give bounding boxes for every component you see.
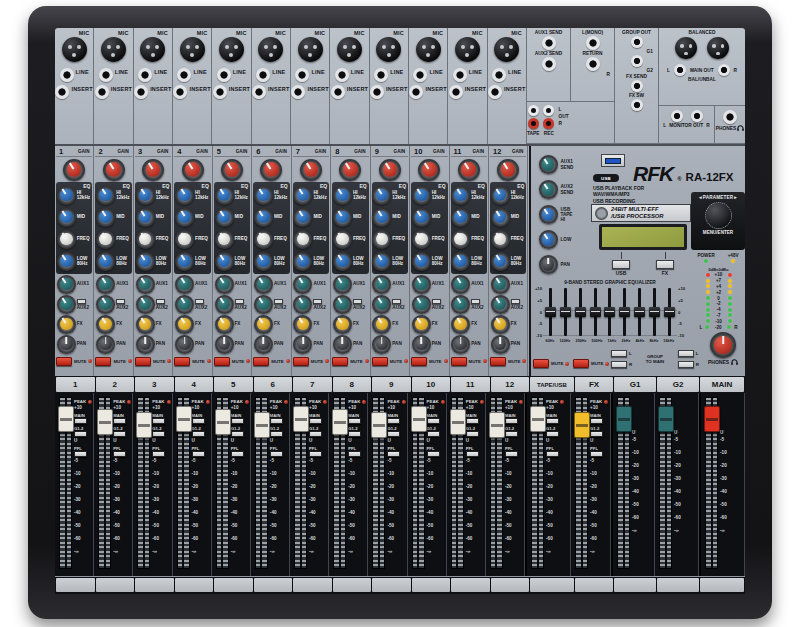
aux2-knob[interactable] bbox=[57, 295, 76, 314]
aux-pre-post-button[interactable] bbox=[195, 299, 204, 304]
pan-knob[interactable] bbox=[491, 335, 510, 354]
geq-slider[interactable] bbox=[604, 307, 615, 317]
eq-mid-freq-knob[interactable] bbox=[215, 230, 234, 249]
main-assign-button[interactable] bbox=[270, 418, 283, 424]
eq-mid-freq-knob[interactable] bbox=[412, 230, 431, 249]
fx-mode-button[interactable] bbox=[656, 260, 674, 269]
channel-12-fader[interactable] bbox=[489, 412, 505, 438]
pfl-button[interactable] bbox=[113, 451, 126, 457]
eq-low-knob[interactable] bbox=[175, 252, 194, 271]
fx-fader[interactable] bbox=[574, 412, 590, 438]
pfl-button[interactable] bbox=[466, 451, 479, 457]
pan-knob[interactable] bbox=[96, 335, 115, 354]
master-knob[interactable] bbox=[539, 205, 558, 224]
gain-knob[interactable] bbox=[458, 159, 480, 181]
aux-pre-post-button[interactable] bbox=[353, 299, 362, 304]
group-assign-button[interactable] bbox=[466, 431, 479, 437]
mute-button[interactable] bbox=[411, 357, 427, 366]
aux-pre-post-button[interactable] bbox=[116, 299, 125, 304]
main-assign-button[interactable] bbox=[192, 418, 205, 424]
mute-button[interactable] bbox=[135, 357, 151, 366]
group-assign-button[interactable] bbox=[231, 431, 244, 437]
eq-mid-knob[interactable] bbox=[96, 208, 115, 227]
aux2-knob[interactable] bbox=[293, 295, 312, 314]
eq-low-knob[interactable] bbox=[136, 252, 155, 271]
eq-low-knob[interactable] bbox=[293, 252, 312, 271]
mute-button[interactable] bbox=[174, 357, 190, 366]
eq-low-knob[interactable] bbox=[451, 252, 470, 271]
aux2-knob[interactable] bbox=[333, 295, 352, 314]
master-knob[interactable] bbox=[539, 180, 558, 199]
channel-3-fader[interactable] bbox=[136, 412, 152, 438]
master-knob[interactable] bbox=[539, 255, 558, 274]
fx-knob[interactable] bbox=[57, 315, 76, 334]
group-assign-button[interactable] bbox=[309, 431, 322, 437]
geq-slider[interactable] bbox=[545, 307, 556, 317]
channel-11-fader[interactable] bbox=[450, 409, 466, 435]
aux-pre-post-button[interactable] bbox=[392, 299, 401, 304]
channel-10-fader[interactable] bbox=[411, 406, 427, 432]
main-assign-button[interactable] bbox=[466, 418, 479, 424]
gain-knob[interactable] bbox=[379, 159, 401, 181]
aux2-knob[interactable] bbox=[372, 295, 391, 314]
fx-knob[interactable] bbox=[254, 315, 273, 334]
eq-hi-knob[interactable] bbox=[293, 186, 312, 205]
eq-hi-knob[interactable] bbox=[57, 186, 76, 205]
aux1-knob[interactable] bbox=[293, 275, 312, 294]
group-assign-button[interactable] bbox=[505, 431, 518, 437]
main-assign-button[interactable] bbox=[74, 418, 87, 424]
main-fader[interactable] bbox=[704, 406, 720, 432]
aux2-knob[interactable] bbox=[451, 295, 470, 314]
eq-hi-knob[interactable] bbox=[96, 186, 115, 205]
pfl-button[interactable] bbox=[192, 451, 205, 457]
pan-knob[interactable] bbox=[412, 335, 431, 354]
main-assign-button[interactable] bbox=[546, 418, 559, 424]
eq-mid-knob[interactable] bbox=[136, 208, 155, 227]
fx-knob[interactable] bbox=[412, 315, 431, 334]
main-assign-button[interactable] bbox=[505, 418, 518, 424]
phones-knob[interactable] bbox=[710, 332, 736, 358]
g1-to-main-r-button[interactable] bbox=[611, 361, 627, 368]
eq-mid-freq-knob[interactable] bbox=[96, 230, 115, 249]
mute-button[interactable] bbox=[490, 357, 506, 366]
eq-mid-freq-knob[interactable] bbox=[254, 230, 273, 249]
fx-knob[interactable] bbox=[333, 315, 352, 334]
usb-mode-button[interactable] bbox=[612, 260, 630, 269]
master-knob[interactable] bbox=[539, 230, 558, 249]
eq-mid-freq-knob[interactable] bbox=[451, 230, 470, 249]
eq-mid-knob[interactable] bbox=[215, 208, 234, 227]
pan-knob[interactable] bbox=[175, 335, 194, 354]
group-assign-button[interactable] bbox=[152, 431, 165, 437]
group-assign-button[interactable] bbox=[427, 431, 440, 437]
eq-hi-knob[interactable] bbox=[372, 186, 391, 205]
mute-button[interactable] bbox=[253, 357, 269, 366]
eq-mid-freq-knob[interactable] bbox=[175, 230, 194, 249]
aux1-knob[interactable] bbox=[57, 275, 76, 294]
pan-knob[interactable] bbox=[293, 335, 312, 354]
fx-knob[interactable] bbox=[491, 315, 510, 334]
aux1-knob[interactable] bbox=[333, 275, 352, 294]
eq-mid-freq-knob[interactable] bbox=[57, 230, 76, 249]
gain-knob[interactable] bbox=[300, 159, 322, 181]
group-assign-button[interactable] bbox=[113, 431, 126, 437]
main-assign-button[interactable] bbox=[427, 418, 440, 424]
pfl-button[interactable] bbox=[309, 451, 322, 457]
eq-low-knob[interactable] bbox=[254, 252, 273, 271]
pfl-button[interactable] bbox=[590, 451, 603, 457]
channel-6-fader[interactable] bbox=[254, 412, 270, 438]
mute-button[interactable] bbox=[56, 357, 72, 366]
geq-slider[interactable] bbox=[664, 307, 675, 317]
mute-button[interactable] bbox=[293, 357, 309, 366]
aux-pre-post-button[interactable] bbox=[313, 299, 322, 304]
g2-fader[interactable] bbox=[658, 406, 674, 432]
g2-to-main-r-button[interactable] bbox=[678, 361, 694, 368]
pfl-button[interactable] bbox=[270, 451, 283, 457]
pan-knob[interactable] bbox=[254, 335, 273, 354]
fx-knob[interactable] bbox=[136, 315, 155, 334]
eq-hi-knob[interactable] bbox=[254, 186, 273, 205]
mute-button[interactable] bbox=[214, 357, 230, 366]
eq-mid-freq-knob[interactable] bbox=[293, 230, 312, 249]
gain-knob[interactable] bbox=[260, 159, 282, 181]
eq-mid-knob[interactable] bbox=[491, 208, 510, 227]
eq-mid-knob[interactable] bbox=[333, 208, 352, 227]
